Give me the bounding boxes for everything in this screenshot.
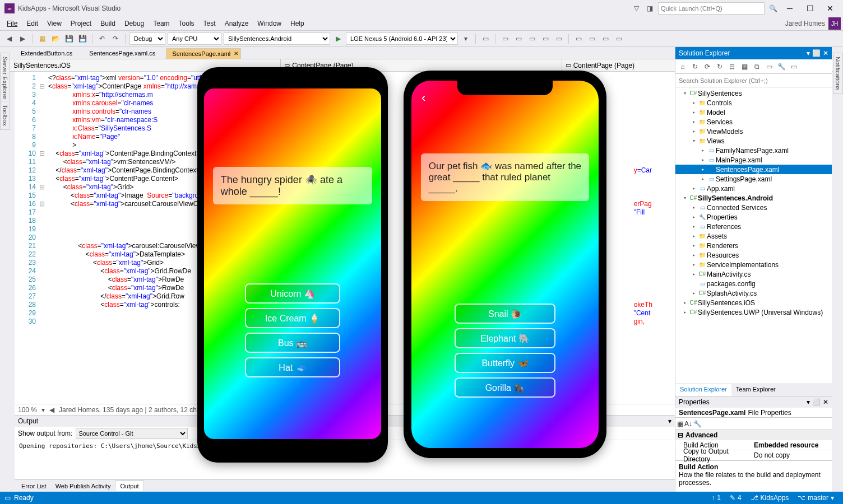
tree-node[interactable]: ▸▭SentencesPage.xaml [675, 165, 832, 174]
tree-node[interactable]: ▸📁Resources [675, 250, 832, 260]
tab-close-icon[interactable]: ✕ [234, 50, 238, 57]
game-answer-button[interactable]: Butterfly 🦋 [455, 353, 555, 373]
toolbar-icon-9[interactable]: ▭ [600, 33, 611, 44]
tree-node[interactable]: ▸🔧Properties [675, 212, 832, 222]
menu-project[interactable]: Project [66, 18, 96, 29]
game-answer-button[interactable]: Ice Cream 🍦 [245, 308, 341, 328]
toolbox-tab[interactable]: Toolbox [0, 101, 10, 130]
game-answer-button[interactable]: Elephant 🐘 [455, 328, 555, 348]
tree-node[interactable]: ▸📁Services [675, 117, 832, 127]
save-all-icon[interactable]: 💾 [77, 33, 88, 44]
status-branch[interactable]: ⌥ master ▾ [793, 494, 839, 502]
user-name[interactable]: Jared Homes [782, 20, 828, 27]
status-changes[interactable]: ✎ 4 [725, 494, 746, 502]
sol-tab[interactable]: Solution Explorer [675, 384, 731, 396]
props-cat-icon[interactable]: ▦ [677, 420, 683, 428]
tree-node[interactable]: ▸📁ServiceImplementations [675, 260, 832, 269]
sol-close-icon[interactable]: ✕ [823, 49, 828, 57]
sol-back-icon[interactable]: ↻ [689, 61, 701, 72]
editor-tab[interactable]: ExtendedButton.cs [15, 48, 83, 59]
game-answer-button[interactable]: Bus 🚌 [245, 333, 341, 353]
new-project-icon[interactable]: ▦ [36, 33, 48, 44]
tree-node[interactable]: ▸📁Renderers [675, 241, 832, 250]
game-answer-button[interactable]: Gorilla 🦍 [455, 377, 555, 398]
toolbar-icon-2[interactable]: ▭ [499, 33, 511, 44]
sol-tree[interactable]: ▾C#SillySentences▸📁Controls▸📁Model▸📁Serv… [675, 87, 832, 384]
editor-tab[interactable]: SentencesPage.xaml.cs [83, 48, 166, 59]
config-select[interactable]: Debug [129, 32, 165, 45]
save-icon[interactable]: 💾 [63, 33, 75, 44]
redo-icon[interactable]: ↷ [110, 33, 121, 44]
toolbar-icon-7[interactable]: ▭ [573, 33, 584, 44]
toolbar-icon-6[interactable]: ▭ [553, 33, 564, 44]
tree-node[interactable]: ▸▭References [675, 222, 832, 231]
nav-back-icon[interactable]: ◀ [3, 33, 15, 44]
toolbar-icon-1[interactable]: ▭ [480, 33, 491, 44]
undo-icon[interactable]: ↶ [96, 33, 108, 44]
tree-node[interactable]: ▸📁ViewModels [675, 127, 832, 136]
menu-team[interactable]: Team [149, 18, 174, 29]
sol-dropdown-icon[interactable]: ▾ [807, 49, 810, 57]
output-tab[interactable]: Web Publish Activity [51, 481, 115, 491]
output-tab[interactable]: Output [115, 480, 143, 491]
menu-edit[interactable]: Edit [22, 18, 43, 29]
platform-select[interactable]: Any CPU [168, 32, 221, 45]
menu-view[interactable]: View [43, 18, 66, 29]
output-dropdown-icon[interactable]: ▾ [668, 417, 671, 425]
menu-tools[interactable]: Tools [174, 18, 199, 29]
tree-node[interactable]: ▸▭Connected Services [675, 203, 832, 212]
status-repo[interactable]: ⎇ KidsApps [746, 494, 794, 502]
game-answer-button[interactable]: Snail 🐌 [455, 304, 555, 324]
menu-build[interactable]: Build [96, 18, 120, 29]
play-icon[interactable]: ▶ [332, 33, 344, 44]
server-explorer-tab[interactable]: Server Explorer [0, 53, 10, 103]
output-source-select[interactable]: Source Control - Git [76, 428, 188, 439]
status-push[interactable]: ↑ 1 [707, 494, 725, 502]
toolbar-icon-5[interactable]: ▭ [540, 33, 551, 44]
props-pin-icon[interactable]: ⬜ [812, 398, 821, 406]
menu-file[interactable]: File [2, 18, 22, 29]
sol-collapse-icon[interactable]: ⊟ [726, 61, 738, 72]
startup-select[interactable]: SillySentences.Android [224, 32, 330, 45]
tree-node[interactable]: ▸▭SettingsPage.xaml [675, 174, 832, 184]
sol-search-input[interactable] [675, 74, 832, 87]
sol-showall-icon[interactable]: ▦ [739, 61, 750, 72]
sol-refresh-icon[interactable]: ↻ [714, 61, 725, 72]
close-button[interactable]: ✕ [822, 2, 839, 15]
toolbar-icon-8[interactable]: ▭ [586, 33, 597, 44]
output-tab[interactable]: Error List [17, 481, 51, 491]
tree-node[interactable]: ▾C#SillySentences [675, 88, 832, 98]
maximize-button[interactable]: ☐ [802, 2, 818, 15]
blame-info[interactable]: Jared Homes, 135 days ago | 2 authors, 1… [59, 406, 215, 414]
props-az-icon[interactable]: A↓ [684, 420, 692, 428]
zoom-level[interactable]: 100 % [18, 406, 37, 414]
props-close-icon[interactable]: ✕ [823, 398, 828, 406]
props-dropdown-icon[interactable]: ▾ [807, 398, 810, 406]
sol-pin-icon[interactable]: ⬜ [812, 49, 821, 57]
tree-node[interactable]: ▸▭App.xaml [675, 184, 832, 193]
open-icon[interactable]: 📂 [50, 33, 61, 44]
notifications-tab[interactable]: Notifications [833, 53, 843, 94]
tree-node[interactable]: ▭packages.config [675, 279, 832, 288]
device-dropdown-icon[interactable]: ▾ [460, 33, 471, 44]
feedback-icon[interactable]: ◨ [645, 3, 655, 13]
tree-node[interactable]: ▸📁Assets [675, 231, 832, 241]
tree-node[interactable]: ▸▭MainPage.xaml [675, 155, 832, 165]
tree-node[interactable]: ▸C#SillySentences.iOS [675, 298, 832, 307]
editor-tab[interactable]: SentencesPage.xaml✕ [166, 48, 241, 59]
notifications-icon[interactable]: ▽ [631, 3, 641, 13]
game-answer-button[interactable]: Unicorn 🦄 [245, 283, 341, 304]
quick-launch-input[interactable] [658, 2, 765, 15]
tree-node[interactable]: ▸C#SplashActivity.cs [675, 288, 832, 298]
minimize-button[interactable]: ─ [781, 2, 798, 15]
nav-fwd-icon[interactable]: ▶ [17, 33, 28, 44]
menu-test[interactable]: Test [199, 18, 220, 29]
game-answer-button[interactable]: Hat 🧢 [245, 357, 341, 377]
menu-analyze[interactable]: Analyze [220, 18, 253, 29]
sol-props-icon[interactable]: ⧉ [751, 61, 762, 72]
sol-home-icon[interactable]: ⌂ [677, 61, 688, 72]
tree-node[interactable]: ▾📁Views [675, 136, 832, 146]
toolbar-icon-3[interactable]: ▭ [513, 33, 524, 44]
props-category[interactable]: ⊟ Advanced [675, 430, 832, 440]
tree-node[interactable]: ▸C#MainActivity.cs [675, 269, 832, 279]
